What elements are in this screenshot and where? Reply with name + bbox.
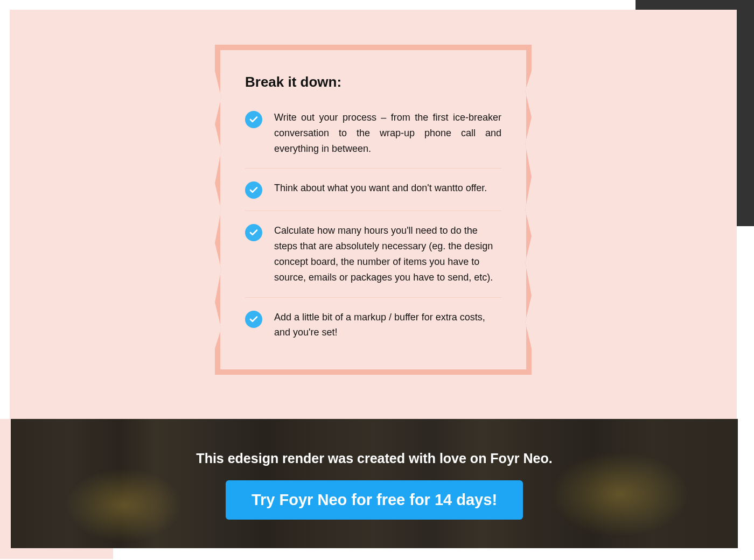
checklist-item-text: Think about what you want and don't want… <box>274 180 501 196</box>
checklist-item: Add a little bit of a markup / buffer fo… <box>245 310 501 341</box>
hero-banner: This edesign render was created with lov… <box>11 419 738 548</box>
callout-card: Break it down: Write out your process – … <box>215 45 532 375</box>
checklist-item: Write out your process – from the first … <box>245 110 501 169</box>
checkmark-icon <box>245 224 262 241</box>
callout-title: Break it down: <box>245 74 501 90</box>
checkmark-icon <box>245 311 262 328</box>
hero-caption: This edesign render was created with lov… <box>196 451 552 466</box>
checklist-item-text: Calculate how many hours you'll need to … <box>274 223 501 285</box>
cta-try-free-button[interactable]: Try Foyr Neo for free for 14 days! <box>226 480 523 520</box>
checkmark-icon <box>245 181 262 199</box>
callout-inner: Break it down: Write out your process – … <box>220 50 526 369</box>
checklist-item: Think about what you want and don't want… <box>245 180 501 211</box>
checklist-item: Calculate how many hours you'll need to … <box>245 223 501 297</box>
checkmark-icon <box>245 111 262 128</box>
pink-section: Break it down: Write out your process – … <box>10 10 737 419</box>
checklist-item-text: Add a little bit of a markup / buffer fo… <box>274 310 501 341</box>
checklist-item-text: Write out your process – from the first … <box>274 110 501 156</box>
